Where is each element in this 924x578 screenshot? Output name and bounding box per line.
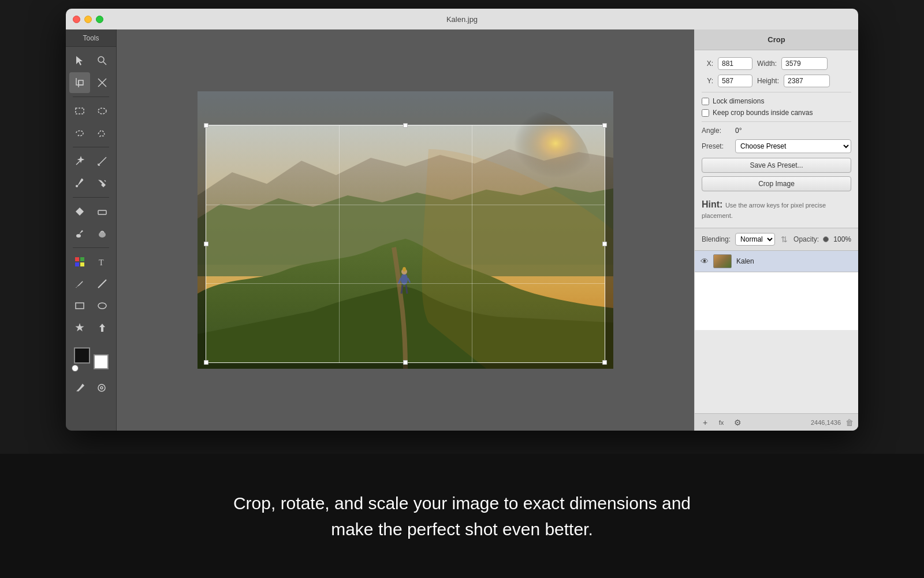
ellipse-shape-tool[interactable] [92, 295, 113, 316]
svg-rect-12 [98, 210, 106, 214]
wand-tool[interactable] [69, 151, 90, 172]
y-label: Y: [702, 77, 713, 85]
crop-handle-bottom-left[interactable] [204, 360, 208, 365]
svg-point-14 [99, 232, 106, 238]
lasso-tool[interactable] [69, 123, 90, 143]
x-input[interactable] [718, 57, 752, 70]
eyedropper-tool[interactable] [69, 173, 90, 194]
crop-handle-top-center[interactable] [403, 123, 408, 128]
crop-handle-bottom-right[interactable] [602, 360, 607, 365]
keep-bounds-checkbox[interactable] [702, 109, 709, 117]
canvas-area[interactable] [117, 29, 694, 431]
angle-label: Angle: [702, 127, 731, 135]
layer-item[interactable]: 👁 Kalen [695, 251, 858, 272]
ellipse-select-tool[interactable] [92, 101, 113, 121]
freehand-select-tool[interactable] [92, 123, 113, 143]
rect-shape-tool[interactable] [69, 295, 90, 316]
svg-rect-21 [76, 303, 84, 309]
angle-row: Angle: 0° [702, 127, 851, 135]
pen-tool[interactable] [69, 273, 90, 294]
settings-button[interactable]: ⚙ [732, 417, 743, 428]
width-label: Width: [757, 60, 777, 68]
arrow-tool[interactable] [69, 50, 90, 71]
text-tool[interactable]: T [92, 251, 113, 272]
crop-tool[interactable] [69, 72, 90, 93]
svg-rect-17 [75, 262, 79, 266]
maximize-button[interactable] [96, 16, 103, 23]
layer-coords: 2446,1436 [811, 419, 841, 426]
transform-tool[interactable] [92, 72, 113, 93]
keep-bounds-label[interactable]: Keep crop bounds inside canvas [713, 109, 813, 117]
arrow-shape-tool[interactable] [92, 317, 113, 338]
smudge-tool[interactable] [92, 223, 113, 244]
crop-handle-bottom-center[interactable] [403, 360, 408, 365]
crop-handle-top-right[interactable] [602, 123, 607, 128]
measure-tool[interactable] [92, 151, 113, 172]
line-tool[interactable] [92, 273, 113, 294]
svg-point-22 [98, 303, 106, 309]
crop-handle-top-left[interactable] [204, 123, 208, 128]
angle-value: 0° [735, 127, 742, 135]
crop-handle-middle-left[interactable] [204, 242, 208, 246]
tools-grid: T [66, 47, 116, 342]
x-width-row: X: Width: [702, 57, 851, 70]
zoom-tool[interactable] [92, 50, 113, 71]
delete-layer-button[interactable]: 🗑 [845, 418, 854, 427]
foreground-color-swatch[interactable] [74, 347, 90, 364]
svg-point-0 [98, 57, 104, 62]
blending-section: Blending: Normal ⇅ Opacity: 100% [695, 228, 858, 250]
background-color-swatch[interactable] [94, 354, 109, 369]
close-button[interactable] [73, 16, 80, 23]
preset-label: Preset: [702, 142, 731, 150]
blending-label: Blending: [702, 235, 731, 243]
layer-visibility-icon[interactable]: 👁 [701, 257, 709, 266]
crop-grid [206, 125, 604, 363]
blending-select[interactable]: Normal [735, 233, 775, 246]
svg-rect-5 [76, 108, 84, 114]
opacity-label: Opacity: [793, 235, 819, 243]
svg-line-8 [98, 157, 106, 165]
app-window: Kalen.jpg Tools [66, 9, 858, 431]
crop-box[interactable] [206, 125, 605, 364]
svg-point-24 [98, 384, 105, 391]
opacity-slider-thumb[interactable] [823, 236, 829, 242]
star-shape-tool[interactable] [69, 317, 90, 338]
opacity-slider[interactable] [824, 238, 829, 240]
keep-bounds-row: Keep crop bounds inside canvas [702, 109, 851, 117]
lock-dimensions-label[interactable]: Lock dimensions [713, 97, 764, 105]
fill-tool[interactable] [69, 201, 90, 222]
crop-handle-middle-right[interactable] [602, 242, 607, 246]
y-input[interactable] [718, 75, 752, 87]
color-adjust-tool[interactable] [69, 251, 90, 272]
color-swatches[interactable] [70, 344, 112, 373]
hint-label: Hint: [702, 199, 722, 209]
svg-point-25 [100, 387, 103, 389]
eraser-tool[interactable] [92, 201, 113, 222]
grid-line-v2 [472, 125, 472, 363]
rect-select-tool[interactable] [69, 101, 90, 121]
blending-arrows-icon: ⇅ [781, 235, 788, 244]
pencil-tool[interactable] [70, 377, 90, 398]
svg-text:T: T [99, 258, 104, 267]
svg-rect-16 [80, 257, 84, 261]
grid-line-h1 [206, 205, 604, 205]
preset-select[interactable]: Choose Preset [735, 139, 851, 153]
height-input[interactable] [784, 75, 830, 87]
y-height-row: Y: Height: [702, 75, 851, 87]
paint-bucket-tool[interactable] [92, 173, 113, 194]
brush-tool[interactable] [69, 223, 90, 244]
lock-dimensions-checkbox[interactable] [702, 98, 709, 105]
svg-line-20 [98, 280, 106, 288]
add-layer-button[interactable]: + [699, 417, 711, 428]
crop-image-button[interactable]: Crop Image [702, 176, 851, 191]
width-input[interactable] [781, 57, 828, 70]
swap-colors-icon[interactable] [72, 365, 79, 372]
save-as-preset-button[interactable]: Save As Preset... [702, 158, 851, 173]
layer-thumbnail [713, 254, 732, 268]
clone-stamp-tool[interactable] [92, 377, 112, 398]
svg-point-6 [98, 108, 106, 114]
hint-section: Hint: Use the arrow keys for pixel preci… [702, 199, 851, 221]
separator-1 [702, 92, 851, 92]
fx-button[interactable]: fx [716, 417, 727, 428]
minimize-button[interactable] [84, 16, 92, 23]
